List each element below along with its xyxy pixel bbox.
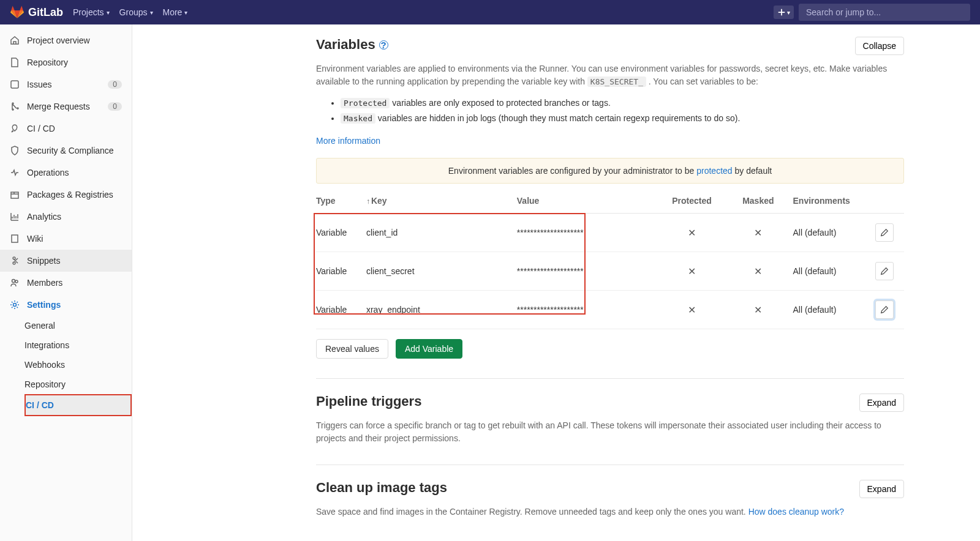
sort-arrow-icon: ↑ [366,197,370,206]
sidebar-item-label: Issues [27,80,51,89]
reveal-values-button[interactable]: Reveal values [316,339,388,359]
gitlab-logo[interactable]: GitLab [10,6,63,19]
settings-sub-cicd[interactable]: CI / CD [24,394,132,416]
new-dropdown[interactable]: ▾ [774,6,794,19]
expand-button[interactable]: Expand [859,480,904,498]
sidebar-item-members[interactable]: Members [0,272,132,294]
section-description: Save space and find images in the Contai… [316,506,904,518]
sidebar-item-snippets[interactable]: Snippets [0,250,132,272]
table-row: Variable client_secret *****************… [316,252,904,291]
badge: 0 [108,80,122,89]
svg-rect-2 [12,235,18,242]
top-nav: Projects▾ Groups▾ More▾ [73,7,187,17]
add-variable-button[interactable]: Add Variable [396,339,462,359]
svg-rect-0 [11,81,18,88]
sidebar-item-label: Packages & Registries [27,190,113,200]
chevron-down-icon: ▾ [107,9,110,16]
plus-icon [777,8,786,17]
edit-button[interactable] [875,300,894,319]
rocket-icon [10,124,20,133]
more-info-link[interactable]: More information [316,136,380,146]
nav-projects[interactable]: Projects▾ [73,7,110,17]
sidebar-item-settings[interactable]: Settings [0,294,132,316]
x-icon: ✕ [688,305,696,315]
help-icon[interactable]: ? [379,40,388,50]
pencil-icon [880,305,889,314]
settings-sub-repository[interactable]: Repository [24,375,132,394]
sidebar-item-overview[interactable]: Project overview [0,29,132,51]
sidebar-item-label: Project overview [27,35,90,45]
chevron-down-icon: ▾ [787,9,790,16]
brand-text: GitLab [28,6,63,19]
svg-point-4 [15,280,18,283]
sidebar-item-label: Members [27,278,62,288]
table-row: Variable client_id ******************** … [316,214,904,252]
sidebar-item-label: Security & Compliance [27,146,114,155]
sidebar-item-label: Operations [27,168,69,177]
tanuki-icon [10,6,24,19]
edit-button[interactable] [875,262,894,280]
table-row: Variable xray_endpoint *****************… [316,291,904,329]
col-masked[interactable]: Masked [728,188,793,214]
sidebar-item-label: Snippets [27,256,60,266]
nav-more[interactable]: More▾ [163,7,188,17]
chevron-down-icon: ▾ [150,9,153,16]
x-icon: ✕ [688,228,696,238]
sidebar-item-label: Analytics [27,212,61,222]
col-type[interactable]: Type [316,188,366,214]
sidebar-item-security[interactable]: Security & Compliance [0,140,132,162]
col-protected[interactable]: Protected [660,188,728,214]
sidebar-item-label: Merge Requests [27,102,90,111]
top-navbar: GitLab Projects▾ Groups▾ More▾ ▾ Search … [0,0,980,24]
issues-icon [10,80,20,89]
members-icon [10,278,20,288]
cleanup-section: Clean up image tags Expand Save space an… [316,465,904,518]
main-content: Variables ? Collapse Environment variabl… [132,24,980,541]
package-icon [10,190,20,200]
col-env[interactable]: Environments [793,188,876,214]
sidebar-item-cicd[interactable]: CI / CD [0,118,132,140]
protected-link[interactable]: protected [696,166,732,176]
book-icon [10,234,20,244]
sidebar: Project overview Repository Issues0 Merg… [0,24,132,541]
section-title: Pipeline triggers [316,394,421,409]
nav-groups[interactable]: Groups▾ [119,7,153,17]
sidebar-item-label: Wiki [27,234,43,244]
expand-button[interactable]: Expand [859,394,904,412]
sidebar-item-packages[interactable]: Packages & Registries [0,184,132,206]
home-icon [10,35,20,45]
sidebar-item-repository[interactable]: Repository [0,51,132,73]
cleanup-help-link[interactable]: How does cleanup work? [748,507,844,517]
sidebar-item-merge[interactable]: Merge Requests0 [0,95,132,118]
sidebar-item-label: Settings [27,300,61,310]
chart-icon [10,212,20,222]
triggers-section: Pipeline triggers Expand Triggers can fo… [316,378,904,445]
settings-sub-webhooks[interactable]: Webhooks [24,355,132,375]
col-key[interactable]: ↑Key [366,188,517,214]
pencil-icon [880,228,889,237]
x-icon: ✕ [688,266,696,277]
chevron-down-icon: ▾ [184,9,187,16]
x-icon: ✕ [754,305,762,315]
scissors-icon [10,256,20,266]
collapse-button[interactable]: Collapse [855,37,904,55]
badge: 0 [108,102,122,111]
svg-rect-1 [11,192,18,198]
ops-icon [10,168,20,177]
section-description: Triggers can force a specific branch or … [316,419,904,445]
sidebar-item-analytics[interactable]: Analytics [0,206,132,228]
settings-sub-integrations[interactable]: Integrations [24,335,132,355]
x-icon: ✕ [754,266,762,277]
sidebar-item-wiki[interactable]: Wiki [0,228,132,250]
search-input[interactable]: Search or jump to... [799,4,970,21]
settings-sub-general[interactable]: General [24,316,132,335]
edit-button[interactable] [875,223,894,242]
pencil-icon [880,267,889,275]
admin-banner: Environment variables are configured by … [316,158,904,184]
doc-icon [10,58,20,67]
col-value[interactable]: Value [517,188,660,214]
variables-table: Type ↑Key Value Protected Masked Environ… [316,188,904,329]
shield-icon [10,146,20,155]
sidebar-item-operations[interactable]: Operations [0,162,132,184]
sidebar-item-issues[interactable]: Issues0 [0,73,132,95]
